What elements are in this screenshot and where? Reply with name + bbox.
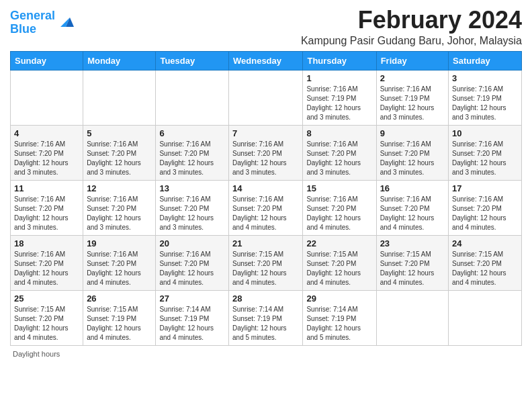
- day-info: Sunrise: 7:14 AMSunset: 7:19 PMDaylight:…: [306, 305, 372, 342]
- day-number: 14: [232, 183, 299, 193]
- calendar-cell: 23Sunrise: 7:15 AMSunset: 7:20 PMDayligh…: [376, 235, 448, 290]
- daylight-label: Daylight hours: [13, 350, 60, 358]
- day-info: Sunrise: 7:15 AMSunset: 7:19 PMDaylight:…: [87, 305, 152, 342]
- calendar-cell: 25Sunrise: 7:15 AMSunset: 7:20 PMDayligh…: [11, 290, 83, 345]
- day-info: Sunrise: 7:16 AMSunset: 7:19 PMDaylight:…: [380, 85, 445, 122]
- calendar-cell: 18Sunrise: 7:16 AMSunset: 7:20 PMDayligh…: [11, 235, 83, 290]
- day-info: Sunrise: 7:16 AMSunset: 7:20 PMDaylight:…: [306, 195, 372, 232]
- day-info: Sunrise: 7:16 AMSunset: 7:20 PMDaylight:…: [380, 140, 445, 177]
- calendar-cell: 19Sunrise: 7:16 AMSunset: 7:20 PMDayligh…: [83, 235, 156, 290]
- day-number: 28: [232, 293, 299, 304]
- calendar-cell: 5Sunrise: 7:16 AMSunset: 7:20 PMDaylight…: [83, 125, 156, 180]
- day-info: Sunrise: 7:16 AMSunset: 7:20 PMDaylight:…: [232, 195, 299, 232]
- calendar-cell: 20Sunrise: 7:16 AMSunset: 7:20 PMDayligh…: [156, 235, 229, 290]
- day-info: Sunrise: 7:16 AMSunset: 7:19 PMDaylight:…: [452, 85, 518, 122]
- day-number: 6: [159, 128, 225, 138]
- day-info: Sunrise: 7:16 AMSunset: 7:20 PMDaylight:…: [232, 140, 299, 177]
- day-info: Sunrise: 7:16 AMSunset: 7:20 PMDaylight:…: [159, 140, 225, 177]
- day-number: 5: [87, 128, 152, 138]
- calendar-cell: 6Sunrise: 7:16 AMSunset: 7:20 PMDaylight…: [156, 125, 229, 180]
- column-header-friday: Friday: [376, 51, 448, 70]
- calendar-table: SundayMondayTuesdayWednesdayThursdayFrid…: [10, 51, 522, 346]
- day-number: 20: [159, 238, 225, 248]
- calendar-cell: 27Sunrise: 7:14 AMSunset: 7:19 PMDayligh…: [156, 290, 229, 345]
- column-header-monday: Monday: [83, 51, 156, 70]
- column-header-sunday: Sunday: [11, 51, 83, 70]
- day-info: Sunrise: 7:16 AMSunset: 7:20 PMDaylight:…: [380, 195, 445, 232]
- day-number: 3: [452, 73, 518, 83]
- day-number: 19: [87, 238, 152, 248]
- day-info: Sunrise: 7:15 AMSunset: 7:20 PMDaylight:…: [380, 250, 445, 287]
- day-number: 4: [14, 128, 79, 138]
- calendar-week-5: 25Sunrise: 7:15 AMSunset: 7:20 PMDayligh…: [11, 290, 522, 345]
- calendar-cell: 10Sunrise: 7:16 AMSunset: 7:20 PMDayligh…: [449, 125, 522, 180]
- logo-icon: [56, 12, 75, 31]
- day-info: Sunrise: 7:16 AMSunset: 7:20 PMDaylight:…: [14, 250, 79, 287]
- day-number: 22: [306, 238, 372, 248]
- month-title: February 2024: [301, 7, 522, 34]
- header: General Blue February 2024 Kampung Pasir…: [10, 7, 522, 47]
- calendar-cell: 12Sunrise: 7:16 AMSunset: 7:20 PMDayligh…: [83, 180, 156, 235]
- title-area: February 2024 Kampung Pasir Gudang Baru,…: [301, 7, 522, 47]
- day-number: 25: [14, 293, 79, 304]
- day-info: Sunrise: 7:14 AMSunset: 7:19 PMDaylight:…: [159, 305, 225, 342]
- day-info: Sunrise: 7:16 AMSunset: 7:20 PMDaylight:…: [306, 140, 372, 177]
- calendar-cell: 9Sunrise: 7:16 AMSunset: 7:20 PMDaylight…: [376, 125, 448, 180]
- location-title: Kampung Pasir Gudang Baru, Johor, Malays…: [301, 35, 522, 47]
- calendar-cell: [156, 70, 229, 125]
- calendar-cell: 4Sunrise: 7:16 AMSunset: 7:20 PMDaylight…: [11, 125, 83, 180]
- calendar-cell: 16Sunrise: 7:16 AMSunset: 7:20 PMDayligh…: [376, 180, 448, 235]
- calendar-week-4: 18Sunrise: 7:16 AMSunset: 7:20 PMDayligh…: [11, 235, 522, 290]
- day-number: 27: [159, 293, 225, 304]
- day-info: Sunrise: 7:16 AMSunset: 7:20 PMDaylight:…: [452, 195, 518, 232]
- calendar-week-3: 11Sunrise: 7:16 AMSunset: 7:20 PMDayligh…: [11, 180, 522, 235]
- logo-text: General Blue: [10, 9, 55, 36]
- day-number: 21: [232, 238, 299, 248]
- day-number: 10: [452, 128, 518, 138]
- day-number: 15: [306, 183, 372, 193]
- day-number: 7: [232, 128, 299, 138]
- calendar-cell: [229, 70, 303, 125]
- day-number: 18: [14, 238, 79, 248]
- calendar-week-1: 1Sunrise: 7:16 AMSunset: 7:19 PMDaylight…: [11, 70, 522, 125]
- calendar-cell: 2Sunrise: 7:16 AMSunset: 7:19 PMDaylight…: [376, 70, 448, 125]
- day-info: Sunrise: 7:16 AMSunset: 7:20 PMDaylight:…: [14, 140, 79, 177]
- calendar-cell: 15Sunrise: 7:16 AMSunset: 7:20 PMDayligh…: [303, 180, 376, 235]
- day-info: Sunrise: 7:16 AMSunset: 7:19 PMDaylight:…: [306, 85, 372, 122]
- day-number: 23: [380, 238, 445, 248]
- calendar-cell: [376, 290, 448, 345]
- calendar-cell: 21Sunrise: 7:15 AMSunset: 7:20 PMDayligh…: [229, 235, 303, 290]
- day-info: Sunrise: 7:16 AMSunset: 7:20 PMDaylight:…: [87, 250, 152, 287]
- day-info: Sunrise: 7:15 AMSunset: 7:20 PMDaylight:…: [306, 250, 372, 287]
- calendar-cell: 22Sunrise: 7:15 AMSunset: 7:20 PMDayligh…: [303, 235, 376, 290]
- calendar-cell: 24Sunrise: 7:15 AMSunset: 7:20 PMDayligh…: [449, 235, 522, 290]
- day-info: Sunrise: 7:16 AMSunset: 7:20 PMDaylight:…: [452, 140, 518, 177]
- calendar-header-row: SundayMondayTuesdayWednesdayThursdayFrid…: [11, 51, 522, 70]
- day-info: Sunrise: 7:15 AMSunset: 7:20 PMDaylight:…: [232, 250, 299, 287]
- day-info: Sunrise: 7:15 AMSunset: 7:20 PMDaylight:…: [452, 250, 518, 287]
- day-number: 1: [306, 73, 372, 83]
- column-header-tuesday: Tuesday: [156, 51, 229, 70]
- calendar-cell: [11, 70, 83, 125]
- day-info: Sunrise: 7:15 AMSunset: 7:20 PMDaylight:…: [14, 305, 79, 342]
- day-info: Sunrise: 7:16 AMSunset: 7:20 PMDaylight:…: [159, 250, 225, 287]
- day-number: 16: [380, 183, 445, 193]
- calendar-cell: [449, 290, 522, 345]
- logo: General Blue: [10, 9, 75, 36]
- day-number: 9: [380, 128, 445, 138]
- column-header-wednesday: Wednesday: [229, 51, 303, 70]
- footer: Daylight hours: [10, 350, 522, 358]
- calendar-cell: 13Sunrise: 7:16 AMSunset: 7:20 PMDayligh…: [156, 180, 229, 235]
- day-info: Sunrise: 7:16 AMSunset: 7:20 PMDaylight:…: [87, 140, 152, 177]
- calendar-cell: 8Sunrise: 7:16 AMSunset: 7:20 PMDaylight…: [303, 125, 376, 180]
- day-number: 12: [87, 183, 152, 193]
- day-number: 26: [87, 293, 152, 304]
- calendar-cell: 14Sunrise: 7:16 AMSunset: 7:20 PMDayligh…: [229, 180, 303, 235]
- day-info: Sunrise: 7:16 AMSunset: 7:20 PMDaylight:…: [87, 195, 152, 232]
- day-number: 13: [159, 183, 225, 193]
- calendar-cell: 7Sunrise: 7:16 AMSunset: 7:20 PMDaylight…: [229, 125, 303, 180]
- day-info: Sunrise: 7:14 AMSunset: 7:19 PMDaylight:…: [232, 305, 299, 342]
- calendar-cell: [83, 70, 156, 125]
- day-number: 29: [306, 293, 372, 304]
- calendar-cell: 1Sunrise: 7:16 AMSunset: 7:19 PMDaylight…: [303, 70, 376, 125]
